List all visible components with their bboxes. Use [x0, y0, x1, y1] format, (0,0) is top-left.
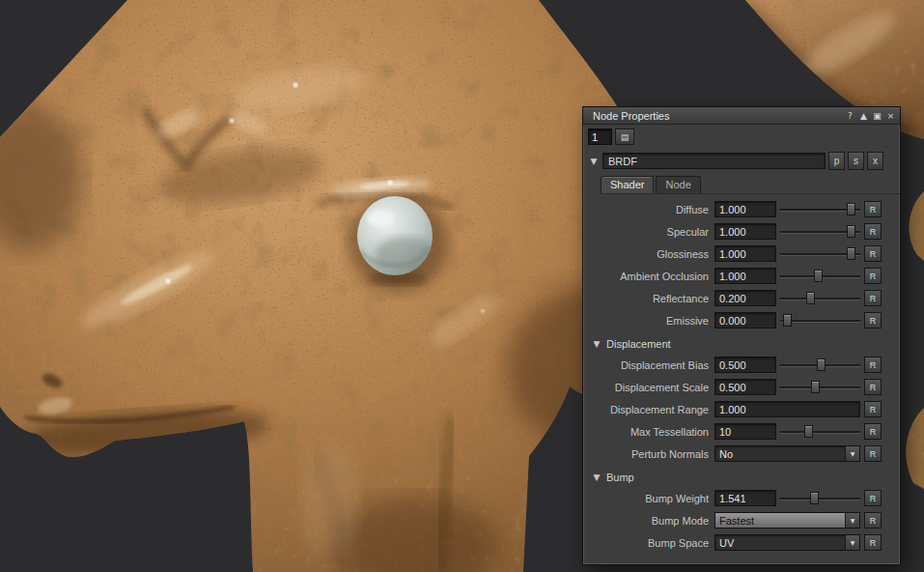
bump-mode-dropdown[interactable]: Fastest ▼ [714, 512, 860, 529]
displacement-scale-value-field[interactable]: 0.500 [714, 379, 776, 395]
glossiness-slider[interactable] [780, 245, 860, 262]
section-title: Displacement [606, 338, 671, 350]
remove-button[interactable]: x [867, 152, 883, 170]
shader-properties: Diffuse 1.000 R Specular 1.000 R Glossin… [583, 194, 900, 554]
dropdown-value: Fastest [719, 515, 754, 527]
property-row-diffuse: Diffuse 1.000 R [585, 198, 882, 220]
node-index-field[interactable]: 1 [588, 129, 612, 145]
specular-slider[interactable] [780, 223, 860, 240]
glossiness-reset-button[interactable]: R [864, 245, 882, 262]
collapse-triangle-icon[interactable]: ▼ [588, 157, 600, 166]
displacement-section-header[interactable]: ▼ Displacement [585, 334, 882, 354]
bump-weight-value-field[interactable]: 1.541 [714, 490, 776, 506]
slider-handle[interactable] [847, 247, 855, 260]
displacement-bias-reset-button[interactable]: R [864, 357, 882, 373]
tab-node[interactable]: Node [656, 176, 700, 193]
displacement-scale-reset-button[interactable]: R [864, 379, 882, 395]
chevron-down-icon[interactable]: ▼ [845, 513, 859, 528]
tab-shader[interactable]: Shader [601, 176, 654, 193]
specular-value-field[interactable]: 1.000 [714, 223, 776, 240]
property-label: Displacement Scale [585, 382, 714, 393]
perturb-normals-dropdown[interactable]: No ▼ [714, 445, 860, 462]
preset-button[interactable]: p [828, 152, 845, 170]
property-label: Perturb Normals [585, 448, 714, 460]
max-tessellation-value-field[interactable]: 10 [714, 423, 776, 440]
reflectance-reset-button[interactable]: R [864, 290, 882, 306]
property-row-ambient-occlusion: Ambient Occlusion 1.000 R [585, 265, 882, 287]
diffuse-slider[interactable] [780, 201, 860, 217]
node-properties-panel: Node Properties ? ▲ ▣ × 1 ▤ ▼ BRDF p s x… [582, 106, 901, 565]
slider-track [780, 386, 860, 389]
collapse-triangle-icon[interactable]: ▼ [591, 339, 602, 349]
chevron-down-icon[interactable]: ▼ [845, 535, 859, 550]
slider-handle[interactable] [817, 358, 826, 371]
emissive-value-field[interactable]: 0.000 [714, 312, 776, 329]
property-row-specular: Specular 1.000 R [585, 220, 882, 243]
slider-handle[interactable] [783, 314, 792, 327]
collapse-triangle-icon[interactable]: ▼ [591, 472, 602, 482]
slider-handle[interactable] [811, 381, 820, 393]
index-row: 1 ▤ [583, 125, 900, 147]
emissive-reset-button[interactable]: R [864, 312, 882, 329]
property-row-reflectance: Reflectance 0.200 R [585, 287, 882, 309]
ambient-occlusion-slider[interactable] [780, 268, 860, 284]
slider-handle[interactable] [804, 425, 813, 438]
property-label: Bump Space [585, 537, 714, 549]
max-tessellation-reset-button[interactable]: R [864, 423, 882, 440]
reflectance-value-field[interactable]: 0.200 [714, 290, 776, 306]
max-tessellation-slider[interactable] [780, 423, 860, 440]
property-label: Reflectance [585, 293, 714, 304]
property-label: Glossiness [585, 248, 714, 260]
slider-handle[interactable] [806, 292, 815, 304]
panel-titlebar[interactable]: Node Properties ? ▲ ▣ × [583, 107, 900, 125]
property-row-bump-mode: Bump Mode Fastest ▼ R [585, 509, 882, 531]
dropdown-value: No [719, 448, 733, 460]
property-row-displacement-bias: Displacement Bias 0.500 R [585, 354, 882, 376]
property-label: Max Tessellation [585, 426, 714, 438]
glossiness-value-field[interactable]: 1.000 [714, 245, 776, 262]
pin-icon[interactable]: ▲ [857, 109, 870, 122]
close-icon[interactable]: × [884, 109, 897, 122]
bump-weight-reset-button[interactable]: R [864, 490, 882, 506]
diffuse-reset-button[interactable]: R [864, 201, 882, 217]
displacement-bias-slider[interactable] [780, 357, 860, 373]
ambient-occlusion-value-field[interactable]: 1.000 [714, 268, 776, 284]
slider-handle[interactable] [847, 225, 855, 238]
node-name-field[interactable]: BRDF [602, 153, 826, 169]
bump-mode-reset-button[interactable]: R [864, 512, 882, 529]
specular-reset-button[interactable]: R [864, 223, 882, 240]
slider-handle[interactable] [810, 492, 819, 504]
float-window-icon[interactable]: ▣ [871, 109, 883, 122]
slider-track [780, 498, 860, 500]
property-label: Displacement Bias [585, 359, 714, 371]
slider-handle[interactable] [847, 203, 855, 215]
chevron-down-icon[interactable]: ▼ [845, 446, 859, 461]
perturb-normals-reset-button[interactable]: R [864, 445, 882, 462]
property-row-glossiness: Glossiness 1.000 R [585, 243, 882, 265]
diffuse-value-field[interactable]: 1.000 [714, 201, 776, 217]
displacement-range-reset-button[interactable]: R [864, 401, 882, 417]
emissive-slider[interactable] [780, 312, 860, 329]
ambient-occlusion-reset-button[interactable]: R [864, 268, 882, 284]
panel-title: Node Properties [593, 110, 843, 122]
form-options-button[interactable]: ▤ [615, 129, 634, 145]
slider-track [780, 320, 860, 323]
save-button[interactable]: s [848, 152, 864, 170]
displacement-range-value-field[interactable]: 1.000 [714, 401, 860, 417]
slider-track [780, 298, 860, 300]
bump-section-header[interactable]: ▼ Bump [585, 468, 882, 487]
dropdown-value: UV [719, 537, 734, 549]
help-icon[interactable]: ? [844, 109, 856, 122]
brdf-header-row: ▼ BRDF p s x [583, 149, 900, 170]
displacement-scale-slider[interactable] [780, 379, 860, 395]
property-label: Emissive [585, 315, 714, 327]
property-row-displacement-scale: Displacement Scale 0.500 R [585, 376, 882, 398]
property-label: Specular [585, 226, 714, 238]
bump-space-dropdown[interactable]: UV ▼ [714, 534, 860, 551]
reflectance-slider[interactable] [780, 290, 860, 306]
displacement-bias-value-field[interactable]: 0.500 [714, 357, 776, 373]
bump-weight-slider[interactable] [780, 490, 860, 506]
property-row-bump-weight: Bump Weight 1.541 R [585, 487, 882, 509]
slider-handle[interactable] [814, 270, 823, 282]
bump-space-reset-button[interactable]: R [864, 534, 882, 551]
